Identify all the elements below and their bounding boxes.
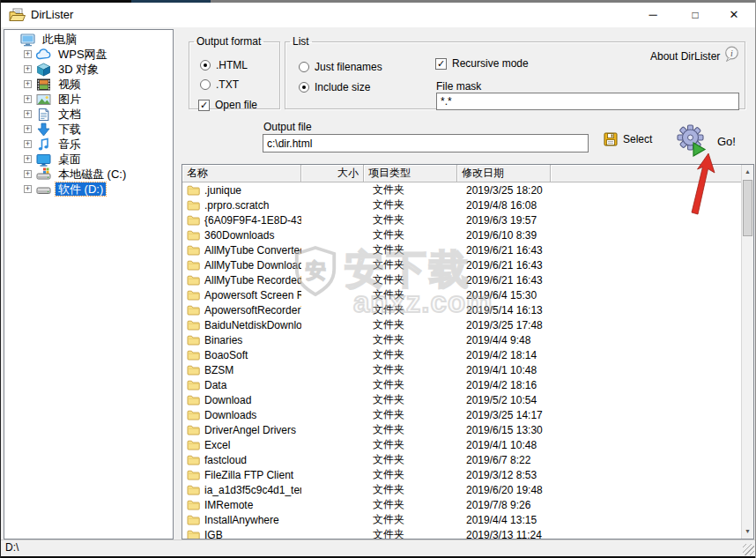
resize-grip[interactable] <box>743 544 754 555</box>
expand-plus-icon[interactable]: + <box>24 50 32 58</box>
radio-just-filenames[interactable]: Just filenames <box>299 61 382 73</box>
tree-item[interactable]: + 下载 <box>4 122 173 137</box>
table-row[interactable]: IMRemote 文件夹 2019/7/8 9:26 <box>182 497 741 512</box>
expand-plus-icon[interactable]: + <box>24 80 32 88</box>
scroll-up-icon[interactable]: ▲ <box>742 165 753 179</box>
output-file-label: Output file <box>263 121 312 133</box>
column-header-type[interactable]: 项目类型 <box>364 165 457 182</box>
table-row[interactable]: BaiduNetdiskDownload 文件夹 2019/3/25 17:48 <box>182 317 741 332</box>
checkbox-recursive-mode[interactable]: ✓ Recursive mode <box>435 57 529 70</box>
list-group: List Just filenames Include size ✓ Recur… <box>285 35 745 109</box>
tree-item[interactable]: + 3D 对象 <box>4 62 173 77</box>
row-date: 2019/6/20 19:48 <box>457 484 634 496</box>
table-row[interactable]: BZSM 文件夹 2019/4/1 10:48 <box>182 362 741 377</box>
table-row[interactable]: FileZilla FTP Client 文件夹 2019/3/12 8:53 <box>182 467 741 482</box>
row-date: 2019/6/7 8:22 <box>457 454 634 466</box>
expand-plus-icon[interactable]: + <box>24 110 32 118</box>
radio-just-filenames-icon[interactable] <box>299 62 309 72</box>
row-date: 2019/3/25 18:20 <box>457 184 634 197</box>
column-header-name[interactable]: 名称 <box>182 165 301 182</box>
close-button[interactable]: ✕ <box>716 3 752 27</box>
table-row[interactable]: ia_a1d3f5c9c4d1_temp 文件夹 2019/6/20 19:48 <box>182 482 741 497</box>
folder-icon <box>187 214 200 226</box>
info-bubble-icon[interactable]: i <box>723 46 739 63</box>
radio-txt[interactable]: .TXT <box>200 78 239 91</box>
row-type: 文件夹 <box>364 197 457 212</box>
output-format-group: Output format .HTML .TXT ✓ Open file <box>189 35 280 109</box>
tree-item[interactable]: + 音乐 <box>4 137 173 152</box>
table-row[interactable]: ApowersoftRecorderT... 文件夹 2019/5/14 16:… <box>182 302 741 317</box>
folder-icon <box>187 529 200 539</box>
table-row[interactable]: DriverAngel Drivers 文件夹 2019/6/15 13:30 <box>182 422 741 437</box>
download-icon <box>36 123 51 137</box>
table-row[interactable]: fastcloud 文件夹 2019/6/7 8:22 <box>182 452 741 467</box>
checkbox-open-file-icon[interactable]: ✓ <box>198 100 210 111</box>
table-row[interactable]: IGB 文件夹 2019/3/13 11:24 <box>182 527 741 539</box>
expand-plus-icon[interactable]: + <box>24 125 32 133</box>
maximize-button[interactable]: □ <box>678 3 713 27</box>
row-date: 2019/3/13 11:24 <box>457 529 634 539</box>
table-row[interactable]: InstallAnywhere 文件夹 2019/4/4 13:15 <box>182 512 741 527</box>
tree-item[interactable]: + 文档 <box>4 107 173 122</box>
go-button[interactable]: Go! <box>717 135 736 148</box>
tree-item[interactable]: + 视频 <box>4 77 173 92</box>
tree-item[interactable]: + 软件 (D:) <box>4 182 173 197</box>
column-header-size[interactable]: 大小 <box>301 165 364 182</box>
output-format-title: Output format <box>194 35 263 48</box>
table-row[interactable]: Binaries 文件夹 2019/4/4 9:48 <box>182 332 741 347</box>
scrollbar-thumb[interactable] <box>743 180 752 236</box>
expand-plus-icon[interactable]: + <box>24 155 32 163</box>
table-row[interactable]: .junique 文件夹 2019/3/25 18:20 <box>182 182 741 197</box>
folder-icon <box>187 499 200 510</box>
table-row[interactable]: AllMyTube Downloaded 文件夹 2019/6/21 16:43 <box>182 257 741 272</box>
expand-plus-icon[interactable]: + <box>24 170 32 178</box>
row-type: 文件夹 <box>364 287 457 302</box>
row-name: .prpro.scratch <box>204 199 269 212</box>
tree-item-label: 图片 <box>56 93 84 106</box>
checkbox-recursive-icon[interactable]: ✓ <box>435 58 447 70</box>
radio-html-icon[interactable] <box>200 60 211 71</box>
about-dirlister-link[interactable]: About DirLister <box>650 50 720 63</box>
table-row[interactable]: Download 文件夹 2019/5/2 10:54 <box>182 392 741 407</box>
table-row[interactable]: .prpro.scratch 文件夹 2019/4/8 16:08 <box>182 197 741 212</box>
go-gear-icon[interactable] <box>676 124 708 158</box>
window-title: DirLister <box>31 3 73 27</box>
row-name: Apowersoft Screen Re... <box>204 289 301 301</box>
table-row[interactable]: AllMyTube Converted 文件夹 2019/6/21 16:43 <box>182 242 741 257</box>
table-row[interactable]: Data 文件夹 2019/4/2 18:16 <box>182 377 741 392</box>
minimize-button[interactable]: ─ <box>635 3 671 27</box>
list-group-title: List <box>290 35 312 48</box>
scroll-down-icon[interactable]: ▼ <box>742 525 753 539</box>
tree-item[interactable]: + 桌面 <box>4 152 173 167</box>
tree-item-label: WPS网盘 <box>56 48 110 61</box>
output-file-input[interactable] <box>263 134 589 153</box>
radio-html[interactable]: .HTML <box>200 59 248 71</box>
tree-item[interactable]: + 此电脑 <box>4 32 173 47</box>
tree-item[interactable]: + 图片 <box>4 92 173 107</box>
table-row[interactable]: 360Downloads 文件夹 2019/6/10 8:39 <box>182 227 741 242</box>
file-mask-input[interactable] <box>436 93 739 110</box>
expand-plus-icon[interactable]: + <box>24 140 32 148</box>
row-type: 文件夹 <box>364 257 457 272</box>
tree-item[interactable]: + 本地磁盘 (C:) <box>4 167 173 182</box>
radio-include-size-icon[interactable] <box>299 82 309 93</box>
row-type: 文件夹 <box>364 332 457 347</box>
expand-plus-icon[interactable]: + <box>24 65 32 73</box>
expand-plus-icon[interactable]: + <box>24 95 32 103</box>
select-button[interactable]: Select <box>604 132 652 146</box>
radio-txt-icon[interactable] <box>200 79 211 90</box>
radio-include-size[interactable]: Include size <box>299 81 370 93</box>
table-row[interactable]: Excel 文件夹 2019/4/1 10:48 <box>182 437 741 452</box>
row-type: 文件夹 <box>364 362 457 377</box>
vertical-scrollbar[interactable]: ▲ ▼ <box>741 165 753 539</box>
table-row[interactable]: {6A09F9F4-1E8D-43B... 文件夹 2019/6/3 19:57 <box>182 212 741 227</box>
table-row[interactable]: Downloads 文件夹 2019/3/25 14:17 <box>182 407 741 422</box>
expand-plus-icon[interactable]: + <box>24 185 32 193</box>
tree-item[interactable]: + WPS网盘 <box>4 47 173 62</box>
table-row[interactable]: Apowersoft Screen Re... 文件夹 2019/6/4 15:… <box>182 287 741 302</box>
table-row[interactable]: BoaoSoft 文件夹 2019/4/2 18:14 <box>182 347 741 362</box>
column-header-date[interactable]: 修改日期 <box>457 165 551 182</box>
checkbox-open-file[interactable]: ✓ Open file <box>198 99 257 111</box>
table-row[interactable]: AllMyTube Recorded 文件夹 2019/6/21 16:43 <box>182 272 741 287</box>
row-name: BaiduNetdiskDownload <box>204 319 301 331</box>
